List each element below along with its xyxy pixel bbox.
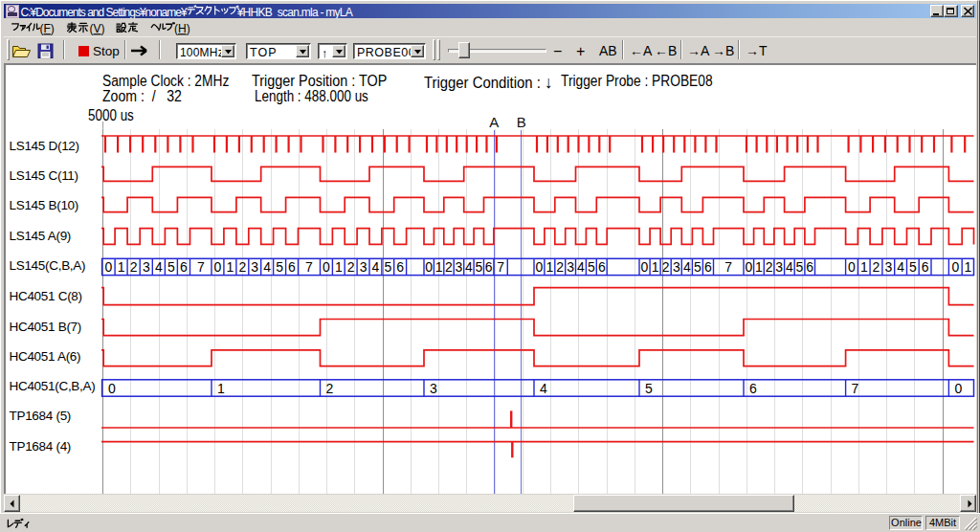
- svg-text:5: 5: [475, 259, 482, 275]
- svg-text:2: 2: [347, 259, 355, 275]
- svg-text:5: 5: [167, 259, 175, 275]
- svg-text:5: 5: [796, 259, 804, 275]
- svg-text:7: 7: [197, 259, 205, 275]
- svg-text:3: 3: [251, 259, 258, 275]
- svg-text:0: 0: [323, 259, 330, 275]
- svg-text:A: A: [489, 114, 499, 130]
- svg-text:2: 2: [445, 259, 453, 275]
- svg-text:7: 7: [724, 259, 732, 275]
- svg-text:7: 7: [852, 381, 859, 396]
- svg-text:3: 3: [775, 259, 783, 275]
- svg-text:2: 2: [662, 259, 670, 275]
- svg-text:3: 3: [673, 259, 680, 275]
- svg-text:6: 6: [598, 259, 606, 275]
- svg-text:1: 1: [860, 259, 868, 275]
- svg-text:0: 0: [105, 259, 113, 275]
- svg-text:0: 0: [214, 259, 222, 275]
- svg-text:0: 0: [848, 259, 856, 275]
- svg-text:0: 0: [425, 259, 433, 275]
- svg-text:1: 1: [335, 259, 343, 275]
- svg-text:4: 4: [465, 259, 473, 275]
- svg-text:2: 2: [556, 259, 564, 275]
- svg-text:0: 0: [951, 259, 959, 275]
- svg-text:7: 7: [305, 259, 313, 275]
- svg-text:5: 5: [694, 259, 702, 275]
- svg-text:6: 6: [749, 381, 757, 396]
- svg-text:4: 4: [372, 259, 380, 275]
- svg-text:6: 6: [180, 259, 188, 275]
- svg-text:1: 1: [118, 259, 125, 275]
- svg-text:5: 5: [909, 259, 917, 275]
- svg-text:0: 0: [641, 259, 649, 275]
- svg-text:1: 1: [652, 259, 659, 275]
- svg-text:4: 4: [540, 381, 547, 396]
- svg-text:7: 7: [497, 259, 504, 275]
- svg-text:0: 0: [536, 259, 544, 275]
- svg-text:3: 3: [430, 381, 437, 396]
- svg-text:0: 0: [745, 259, 752, 275]
- svg-text:1: 1: [755, 259, 763, 275]
- svg-text:B: B: [517, 114, 526, 130]
- svg-text:2: 2: [766, 259, 773, 275]
- svg-text:3: 3: [143, 259, 150, 275]
- svg-text:5: 5: [276, 259, 283, 275]
- svg-text:6: 6: [922, 259, 929, 275]
- svg-text:4: 4: [263, 259, 271, 275]
- svg-text:5: 5: [588, 259, 595, 275]
- svg-text:3: 3: [360, 259, 368, 275]
- svg-text:1: 1: [227, 259, 234, 275]
- svg-text:3: 3: [456, 259, 463, 275]
- svg-text:1: 1: [964, 259, 971, 275]
- svg-text:6: 6: [704, 259, 712, 275]
- svg-text:2: 2: [873, 259, 880, 275]
- svg-text:4: 4: [683, 259, 691, 275]
- svg-text:5: 5: [645, 381, 653, 396]
- svg-text:2: 2: [238, 259, 246, 275]
- svg-text:1: 1: [546, 259, 553, 275]
- svg-text:6: 6: [288, 259, 296, 275]
- svg-text:0: 0: [954, 381, 962, 396]
- svg-text:4: 4: [786, 259, 793, 275]
- svg-text:5: 5: [384, 259, 391, 275]
- svg-text:4: 4: [897, 259, 904, 275]
- svg-text:1: 1: [435, 259, 443, 275]
- svg-text:4: 4: [577, 259, 585, 275]
- svg-text:6: 6: [485, 259, 493, 275]
- svg-text:0: 0: [108, 381, 116, 396]
- svg-text:6: 6: [396, 259, 404, 275]
- svg-text:2: 2: [130, 259, 138, 275]
- svg-text:2: 2: [326, 381, 334, 396]
- svg-text:4: 4: [155, 259, 163, 275]
- svg-text:3: 3: [567, 259, 574, 275]
- svg-text:6: 6: [806, 259, 813, 275]
- svg-text:1: 1: [217, 381, 225, 396]
- svg-text:3: 3: [884, 259, 892, 275]
